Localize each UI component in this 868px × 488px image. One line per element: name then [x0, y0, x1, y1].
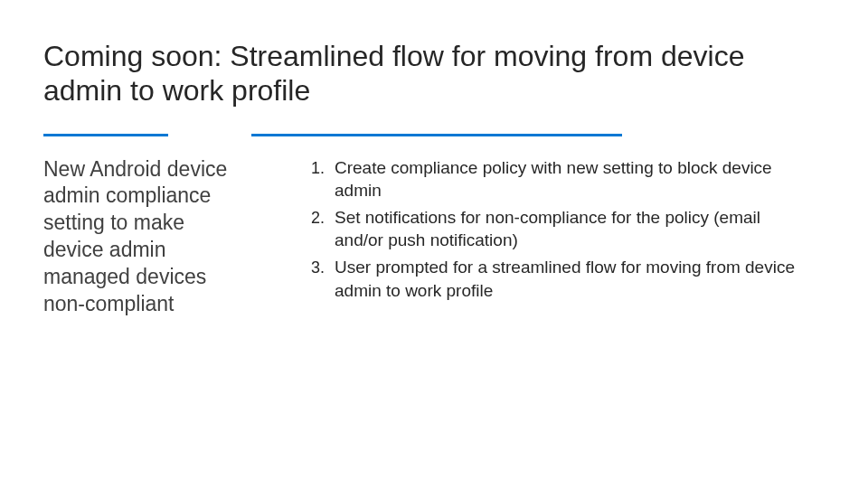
step-item: User prompted for a streamlined flow for… — [329, 256, 812, 302]
content-columns: New Android device admin compliance sett… — [43, 156, 825, 318]
subheading: New Android device admin compliance sett… — [43, 156, 237, 318]
accent-left-bar — [43, 134, 168, 136]
left-column: New Android device admin compliance sett… — [43, 156, 251, 318]
steps-list: Create compliance policy with new settin… — [306, 156, 812, 303]
slide-title: Coming soon: Streamlined flow for moving… — [43, 40, 825, 108]
step-item: Set notifications for non-compliance for… — [329, 206, 812, 252]
accent-divider — [43, 134, 825, 136]
right-column: Create compliance policy with new settin… — [251, 156, 812, 318]
step-item: Create compliance policy with new settin… — [329, 156, 812, 202]
accent-right-bar — [251, 134, 622, 136]
